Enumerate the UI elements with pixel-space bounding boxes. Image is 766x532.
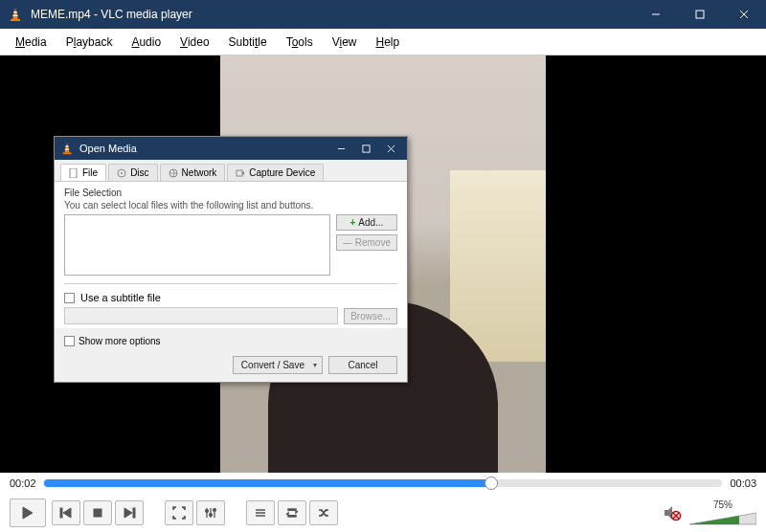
menu-view[interactable]: View: [323, 32, 367, 53]
seek-bar-row: 00:02 00:03: [0, 473, 766, 494]
svg-point-34: [214, 509, 216, 512]
tab-disc[interactable]: Disc: [108, 164, 157, 181]
add-button[interactable]: + Add...: [336, 214, 397, 231]
subtitle-check-label: Use a subtitle file: [80, 292, 161, 303]
next-icon: [123, 506, 136, 520]
menu-subtitle[interactable]: Subtitle: [219, 32, 277, 53]
tab-capture[interactable]: Capture Device: [227, 164, 324, 181]
file-selection-hint: You can select local files with the foll…: [64, 200, 397, 211]
seek-track[interactable]: [44, 479, 723, 487]
playlist-icon: [254, 506, 267, 520]
seek-thumb[interactable]: [484, 477, 498, 490]
disc-icon: [117, 168, 126, 178]
previous-icon: [59, 506, 73, 520]
play-icon: [20, 505, 35, 521]
more-options-label: Show more options: [79, 336, 161, 346]
dialog-tabs: File Disc Network Capture Device: [55, 160, 407, 182]
svg-rect-1: [11, 19, 20, 21]
tab-label: Network: [182, 167, 217, 178]
cancel-button[interactable]: Cancel: [328, 356, 397, 374]
dialog-close-button[interactable]: [378, 139, 403, 158]
svg-rect-10: [65, 145, 69, 146]
open-media-dialog: Open Media File Disc Network Capture Dev…: [54, 136, 408, 383]
maximize-button[interactable]: [678, 0, 722, 29]
menu-video[interactable]: Video: [170, 32, 218, 53]
dialog-maximize-button[interactable]: [353, 139, 378, 158]
vlc-cone-icon: [60, 142, 74, 155]
svg-rect-9: [63, 152, 72, 154]
svg-rect-28: [133, 508, 135, 518]
extended-settings-button[interactable]: [196, 500, 225, 525]
video-area[interactable]: Open Media File Disc Network Capture Dev…: [0, 55, 766, 473]
dialog-titlebar[interactable]: Open Media: [55, 137, 407, 160]
menu-playback[interactable]: Playback: [56, 32, 123, 53]
svg-point-18: [121, 172, 123, 174]
dialog-minimize-button[interactable]: [328, 139, 353, 158]
remove-button[interactable]: — Remove: [336, 234, 397, 251]
svg-point-32: [206, 510, 209, 513]
svg-rect-21: [237, 170, 242, 176]
svg-rect-26: [94, 509, 101, 517]
mute-button[interactable]: [663, 503, 682, 522]
svg-marker-0: [12, 8, 18, 19]
svg-rect-2: [13, 11, 17, 13]
menubar: Media Playback Audio Video Subtitle Tool…: [0, 29, 766, 55]
svg-point-33: [210, 514, 213, 517]
svg-rect-13: [362, 144, 369, 151]
window-titlebar: MEME.mp4 - VLC media player: [0, 0, 766, 29]
capture-icon: [236, 168, 245, 178]
svg-marker-23: [23, 507, 33, 519]
menu-help[interactable]: Help: [366, 32, 409, 53]
svg-rect-24: [60, 508, 62, 518]
window-title: MEME.mp4 - VLC media player: [31, 8, 634, 21]
loop-button[interactable]: [278, 500, 306, 525]
svg-rect-3: [13, 15, 18, 17]
convert-save-button[interactable]: Convert / Save: [233, 356, 323, 374]
file-list[interactable]: [64, 214, 330, 276]
equalizer-icon: [204, 506, 217, 520]
fullscreen-icon: [172, 506, 186, 520]
current-time[interactable]: 00:02: [10, 477, 36, 489]
svg-marker-25: [63, 508, 71, 518]
loop-icon: [285, 506, 299, 520]
dialog-title: Open Media: [79, 143, 328, 154]
svg-rect-5: [696, 11, 704, 18]
menu-media[interactable]: Media: [6, 32, 56, 53]
seek-fill: [44, 479, 492, 487]
stop-icon: [91, 506, 104, 520]
tab-label: Disc: [130, 167, 148, 178]
fullscreen-button[interactable]: [165, 500, 193, 525]
shuffle-icon: [317, 506, 330, 520]
subtitle-path-input[interactable]: [64, 307, 338, 324]
svg-marker-27: [124, 508, 132, 518]
more-options-checkbox[interactable]: [64, 336, 75, 346]
previous-button[interactable]: [52, 500, 80, 525]
tab-file[interactable]: File: [60, 164, 106, 181]
file-icon: [69, 168, 79, 178]
vlc-cone-icon: [8, 7, 23, 22]
network-icon: [169, 168, 178, 178]
svg-rect-16: [70, 168, 77, 178]
minus-icon: —: [343, 237, 352, 248]
tab-label: File: [82, 167, 98, 178]
volume-slider[interactable]: [689, 511, 756, 526]
stop-button[interactable]: [83, 500, 112, 525]
speaker-muted-icon: [663, 503, 682, 522]
svg-marker-38: [665, 506, 672, 520]
file-selection-title: File Selection: [64, 188, 397, 198]
svg-rect-11: [65, 148, 69, 149]
shuffle-button[interactable]: [309, 500, 338, 525]
tab-network[interactable]: Network: [160, 164, 226, 181]
minimize-button[interactable]: [634, 0, 678, 29]
browse-button[interactable]: Browse...: [344, 308, 397, 324]
close-button[interactable]: [722, 0, 766, 29]
next-button[interactable]: [115, 500, 144, 525]
menu-audio[interactable]: Audio: [122, 32, 170, 53]
total-time[interactable]: 00:03: [730, 477, 756, 489]
playlist-button[interactable]: [246, 500, 275, 525]
subtitle-checkbox[interactable]: [64, 293, 75, 303]
controls-bar: 75%: [0, 494, 766, 532]
plus-icon: +: [349, 217, 355, 228]
play-button[interactable]: [10, 499, 46, 527]
menu-tools[interactable]: Tools: [277, 32, 323, 53]
